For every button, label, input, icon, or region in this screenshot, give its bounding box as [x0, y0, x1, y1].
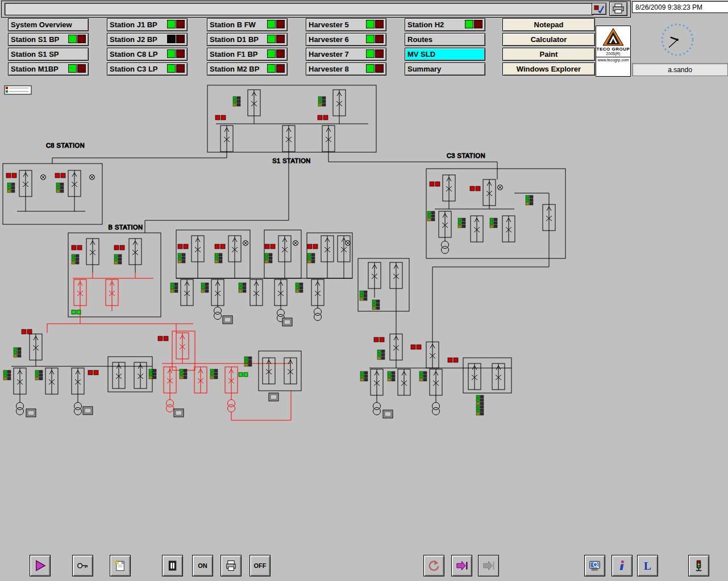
- toolbar-traffic-light-button[interactable]: [688, 555, 709, 576]
- nav-station-f1-bp[interactable]: Station F1 BP: [207, 48, 288, 61]
- status-led: [267, 35, 276, 43]
- toolbar-run-button[interactable]: [30, 555, 51, 576]
- util-windows-explorer[interactable]: Windows Explorer: [502, 62, 595, 76]
- status-led: [167, 35, 176, 43]
- nav-station-j2-bp[interactable]: Station J2 BP: [107, 33, 188, 46]
- b-station-label: B STATION: [109, 224, 143, 231]
- nav-mv-sld[interactable]: MV SLD: [405, 48, 485, 61]
- nav-station-m1bp[interactable]: Station M1BP: [8, 62, 89, 76]
- toolbar-forward-button[interactable]: [451, 555, 472, 576]
- nav-station-j1-bp[interactable]: Station J1 BP: [107, 18, 188, 31]
- toolbar-info-button[interactable]: [611, 555, 633, 576]
- feeder-section-middle-energized[interactable]: [162, 331, 291, 420]
- status-led: [68, 35, 77, 43]
- nav-label: Routes: [407, 35, 432, 44]
- step-forward-disabled-icon: [482, 558, 495, 573]
- nav-station-m2-bp[interactable]: Station M2 BP: [207, 62, 288, 76]
- vendor-logo-panel: TECO GROUP 2005(R) www.tecogrp.com: [596, 26, 631, 77]
- toolbar-login-key-button[interactable]: [72, 555, 93, 576]
- print-button[interactable]: [609, 2, 627, 16]
- nav-harvester-5[interactable]: Harvester 5: [306, 18, 386, 31]
- toolbar-forward-disabled-button[interactable]: [478, 555, 499, 576]
- nav-station-c8-lp[interactable]: Station C8 LP: [107, 48, 188, 61]
- status-led: [465, 20, 473, 28]
- nav-summary[interactable]: Summary: [405, 62, 485, 76]
- nav-station-d1-bp[interactable]: Station D1 BP: [207, 33, 288, 46]
- traffic-light-icon: [692, 558, 705, 573]
- status-led: [77, 35, 86, 43]
- undo-arrow-icon: [427, 558, 440, 573]
- station-c3-group[interactable]: C3 STATION: [426, 152, 565, 342]
- toolbar-off-button[interactable]: OFF: [249, 555, 271, 576]
- nav-label: Harvester 5: [309, 20, 349, 29]
- status-led: [375, 20, 384, 28]
- nav-harvester-6[interactable]: Harvester 6: [306, 33, 386, 46]
- feeder-section-right[interactable]: [360, 334, 511, 418]
- status-led: [366, 49, 375, 58]
- teco-pyramid-icon: [602, 27, 625, 47]
- nav-station-h2[interactable]: Station H2: [405, 18, 485, 31]
- toolbar-l-button[interactable]: L: [637, 555, 658, 576]
- nav-label: Station D1 BP: [210, 35, 259, 44]
- alarm-ack-icon: [594, 5, 604, 13]
- nav-station-b-fw[interactable]: Station B FW: [207, 18, 288, 31]
- status-led: [276, 35, 285, 43]
- toolbar-workstation-button[interactable]: [584, 555, 605, 576]
- printer-icon: [224, 558, 238, 573]
- play-icon: [34, 558, 47, 573]
- station-b-energized[interactable]: [47, 273, 193, 333]
- status-led: [176, 35, 185, 43]
- toolbar-print-button[interactable]: [221, 555, 242, 576]
- analog-clock: [652, 17, 702, 62]
- key-icon: [76, 558, 89, 573]
- nav-harvester-8[interactable]: Harvester 8: [306, 62, 386, 76]
- svg-text:L: L: [644, 560, 651, 572]
- feeder-section-left[interactable]: [3, 329, 152, 417]
- logo-website[interactable]: www.tecogrp.com: [596, 57, 630, 62]
- nav-station-s1-bp[interactable]: Station S1 BP: [8, 33, 89, 46]
- status-led: [176, 49, 185, 58]
- status-led: [68, 64, 77, 73]
- status-led: [176, 64, 185, 73]
- mv-sld-diagram[interactable]: S1 STATION C8 STATION C3 STATION: [0, 80, 728, 554]
- station-b-feeders[interactable]: [170, 230, 409, 334]
- status-led: [276, 49, 285, 58]
- util-label: Notepad: [534, 20, 564, 29]
- nav-label: Harvester 7: [309, 50, 349, 58]
- nav-station-s1-sp[interactable]: Station S1 SP: [8, 48, 89, 61]
- station-s1-group[interactable]: S1 STATION: [52, 85, 497, 233]
- util-notepad[interactable]: Notepad: [502, 18, 595, 31]
- status-led: [167, 20, 176, 28]
- status-led: [366, 64, 375, 73]
- user-name: a.sando: [668, 66, 692, 74]
- station-b-group[interactable]: B STATION: [68, 224, 161, 317]
- toolbar-notes-button[interactable]: [110, 555, 131, 576]
- nav-harvester-7[interactable]: Harvester 7: [306, 48, 386, 61]
- nav-system-overview[interactable]: System Overview: [8, 18, 89, 31]
- alarm-message-field[interactable]: [5, 3, 593, 15]
- nav-label: Station F1 BP: [210, 50, 258, 58]
- status-led: [77, 64, 86, 73]
- note-icon: [114, 558, 127, 573]
- status-led: [167, 64, 176, 73]
- nav-station-c3-lp[interactable]: Station C3 LP: [107, 62, 188, 76]
- toolbar-undo-button[interactable]: [423, 555, 444, 576]
- alarm-ack-button[interactable]: [592, 3, 606, 15]
- status-led: [366, 20, 375, 28]
- breaker-closed-indicator: [239, 373, 248, 377]
- nav-label: Station M2 BP: [210, 65, 259, 73]
- nav-routes[interactable]: Routes: [405, 33, 485, 46]
- status-led: [267, 64, 276, 73]
- nav-label: Station S1 BP: [11, 35, 59, 44]
- nav-label: Station M1BP: [11, 65, 59, 73]
- status-led: [267, 20, 276, 28]
- nav-label: Summary: [407, 65, 441, 73]
- util-calculator[interactable]: Calculator: [502, 33, 595, 46]
- toolbar-panel-button[interactable]: [162, 555, 183, 576]
- station-c8-group[interactable]: C8 STATION: [3, 142, 102, 224]
- toolbar-on-button[interactable]: ON: [192, 555, 213, 576]
- status-led: [375, 35, 384, 43]
- nav-label: Harvester 8: [309, 65, 349, 73]
- util-paint[interactable]: Paint: [502, 48, 595, 61]
- c8-station-label: C8 STATION: [46, 142, 85, 149]
